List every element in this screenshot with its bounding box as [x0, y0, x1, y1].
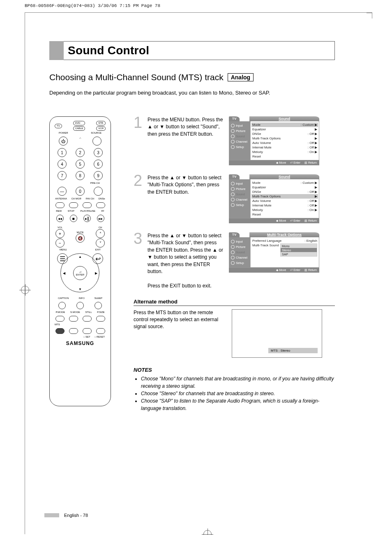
- prech-button[interactable]: [94, 187, 103, 196]
- osd-menu-row[interactable]: Auto Volume: Off ▶: [252, 199, 317, 203]
- enter-button[interactable]: ⏎ENTER: [73, 266, 87, 280]
- osd-menu-row[interactable]: Melody: On ▶: [252, 208, 317, 212]
- dpad-down-icon[interactable]: ▼: [78, 287, 82, 291]
- osd-menu-row[interactable]: Reset: [252, 212, 317, 217]
- osd-side-item[interactable]: Channel: [229, 139, 250, 144]
- favch-button[interactable]: [83, 202, 92, 208]
- osd-menu-row[interactable]: Multi-Track Sound MonoStereoSAP: [252, 243, 317, 257]
- osd-side-item[interactable]: Sound: [229, 250, 250, 255]
- key-9[interactable]: 9: [94, 171, 103, 180]
- osd-tv-tab: TV: [229, 174, 240, 179]
- extra-button-2[interactable]: [83, 328, 92, 334]
- key-7[interactable]: 7: [58, 171, 67, 180]
- sleep-button[interactable]: [95, 302, 102, 309]
- osd-side-item[interactable]: Sound: [229, 134, 250, 139]
- extra-button-3[interactable]: [96, 328, 105, 334]
- note-item: Choose "Mono" for channels that are broa…: [141, 375, 335, 390]
- osd-side-item[interactable]: Input: [229, 239, 250, 244]
- osd-side-item[interactable]: Picture: [229, 186, 250, 192]
- note-item: Choose "Stereo" for channels that are br…: [141, 390, 335, 397]
- play-button[interactable]: ▸ǁ: [83, 215, 91, 222]
- osd-side-item[interactable]: Setup: [229, 144, 250, 150]
- reset-label: ○ RESET: [95, 336, 105, 338]
- set-label: ○ SET: [83, 336, 90, 338]
- mts-options-block: MonoStereoSAP: [280, 243, 317, 257]
- vol-down-button[interactable]: −: [55, 239, 65, 248]
- step-text: Press the ▲ or ▼ button to select "Multi…: [148, 232, 225, 290]
- caption-button[interactable]: [58, 302, 66, 309]
- key-3[interactable]: 3: [94, 148, 103, 157]
- dpad-left-icon[interactable]: ◀: [63, 271, 65, 275]
- extra-button-1[interactable]: [69, 328, 78, 334]
- dnse-button[interactable]: [96, 202, 105, 208]
- ch-up-button[interactable]: ˄: [96, 229, 105, 238]
- osd-menu-row[interactable]: Mode: Custom ▶: [252, 181, 317, 185]
- osd-side-item[interactable]: Sound: [229, 192, 250, 197]
- key-6[interactable]: 6: [94, 160, 103, 169]
- mts-option[interactable]: SAP: [281, 252, 317, 256]
- osd-menu-row[interactable]: Internal Mute: Off ▶: [252, 203, 317, 208]
- osd-menu-row[interactable]: Multi-Track Options ▶: [251, 194, 318, 199]
- ch-down-button[interactable]: ˅: [96, 239, 105, 248]
- osd-menu-row[interactable]: Multi-Track Options ▶: [252, 136, 317, 141]
- osd-side-icon: [231, 145, 235, 149]
- power-button[interactable]: ⏻: [59, 137, 68, 146]
- osd-side-item[interactable]: Picture: [229, 128, 250, 134]
- key-0[interactable]: 0: [76, 187, 85, 196]
- still-button[interactable]: [83, 316, 92, 322]
- osd-menu-row[interactable]: Reset: [252, 154, 317, 159]
- osd-side-icon: [231, 261, 235, 265]
- antenna-button[interactable]: [55, 202, 65, 208]
- osd-menu-row[interactable]: Preferred Language: English: [252, 239, 317, 243]
- osd-side-item[interactable]: Picture: [229, 244, 250, 250]
- osd-menu-row[interactable]: Auto Volume: Off ▶: [252, 141, 317, 145]
- key-5[interactable]: 5: [76, 160, 85, 169]
- menu-label: MENU: [60, 248, 67, 251]
- remote-control: TV DVD CABLE STB VCR POWERSOURCE ⏻ ∴: [49, 116, 111, 406]
- osd-menu-row[interactable]: Internal Mute: Off ▶: [252, 145, 317, 150]
- key-8[interactable]: 8: [76, 171, 85, 180]
- osd-sidebar: InputPictureSoundChannelSetup: [229, 179, 251, 218]
- osd-menu-row[interactable]: Melody: On ▶: [252, 150, 317, 154]
- key-2[interactable]: 2: [76, 148, 85, 157]
- osd-1: TV Sound InputPictureSoundChannelSetup M…: [229, 116, 319, 165]
- dpad-up-icon[interactable]: ▲: [78, 255, 82, 259]
- key-4[interactable]: 4: [58, 160, 67, 169]
- right-column: 1 Press the MENU button. Press the ▲ or …: [134, 116, 335, 412]
- pmode-button[interactable]: [55, 316, 65, 322]
- osd-side-item[interactable]: Channel: [229, 255, 250, 260]
- psize-button[interactable]: [96, 316, 105, 322]
- dash-button[interactable]: —: [58, 187, 67, 196]
- mute-button[interactable]: 🔇: [76, 234, 85, 243]
- osd-menu-row[interactable]: DNSe: Off ▶: [252, 190, 317, 194]
- print-header: BP68-00586F-00Eng(074~083) 3/30/06 7:15 …: [25, 3, 160, 8]
- osd-menu-row[interactable]: Equalizer ▶: [252, 185, 317, 190]
- key-1[interactable]: 1: [58, 148, 67, 157]
- osd-menu-row[interactable]: Mode: Custom ▶: [251, 123, 318, 127]
- remote-column: TV DVD CABLE STB VCR POWERSOURCE ⏻ ∴: [49, 116, 121, 412]
- smode-button[interactable]: [69, 316, 78, 322]
- osd-side-item[interactable]: Channel: [229, 197, 250, 202]
- stop-button[interactable]: ■: [70, 215, 77, 222]
- mts-button[interactable]: [55, 328, 65, 334]
- remote-tv-label: TV: [55, 124, 62, 128]
- vol-up-button[interactable]: +: [55, 229, 65, 238]
- step-number: 1: [134, 116, 143, 165]
- osd-side-item[interactable]: Input: [229, 123, 250, 128]
- chmgr-button[interactable]: [69, 202, 78, 208]
- dpad-right-icon[interactable]: ▶: [95, 271, 97, 275]
- alternate-method-heading: Alternate method: [134, 299, 335, 306]
- osd-side-item[interactable]: Setup: [229, 202, 250, 208]
- dpad: MENU EXIT ☰ ↩ ▲ ▼ ◀ ▶ ⏎ENTER: [60, 252, 101, 294]
- osd-side-icon: [231, 256, 235, 259]
- osd-menu-row[interactable]: DNSe: Off ▶: [252, 132, 317, 136]
- source-button[interactable]: [92, 137, 101, 146]
- rew-button[interactable]: ◂◂: [56, 215, 64, 222]
- mts-option[interactable]: Stereo: [281, 248, 317, 252]
- info-button[interactable]: [76, 302, 84, 309]
- osd-side-item[interactable]: Input: [229, 181, 250, 186]
- ff-button[interactable]: ▸▸: [97, 215, 104, 222]
- mts-option[interactable]: Mono: [281, 244, 317, 248]
- osd-menu-row[interactable]: Equalizer ▶: [252, 127, 317, 132]
- osd-side-item[interactable]: Setup: [229, 260, 250, 266]
